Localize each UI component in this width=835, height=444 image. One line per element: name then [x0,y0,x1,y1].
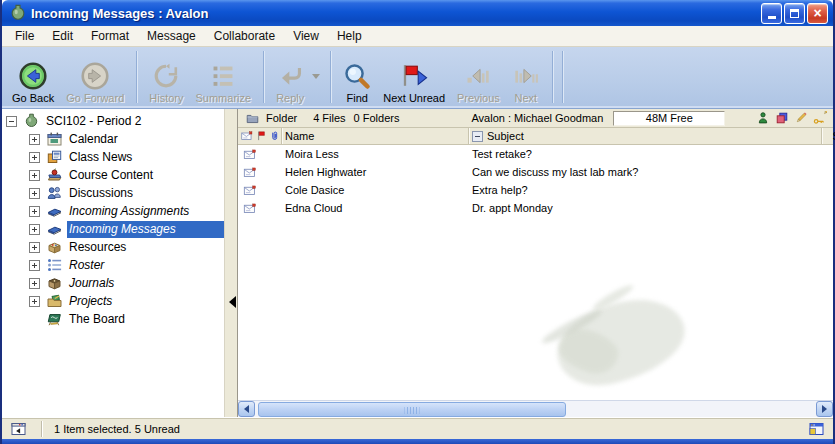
expand-icon[interactable] [29,206,40,217]
tree-spacer [29,314,40,325]
expand-icon[interactable] [29,170,40,181]
message-size: 1K [822,148,833,160]
message-row[interactable]: Edna CloudDr. appt Monday2K1 [238,199,833,217]
paperclip-icon [269,130,281,142]
close-button[interactable]: × [807,3,828,24]
sidebar-item-label: Class News [67,149,136,166]
expand-icon[interactable] [29,296,40,307]
collapse-threads-icon[interactable] [472,131,483,142]
sidebar-item-journals[interactable]: Journals [2,274,224,292]
panel-toggle-icon[interactable] [10,421,27,437]
find-button[interactable]: Find [338,60,376,105]
sidebar-item-label: Roster [67,257,108,274]
books-icon [46,167,63,183]
menu-format[interactable]: Format [82,27,138,45]
expand-icon[interactable] [29,134,40,145]
sidebar-item-the-board[interactable]: The Board [2,310,224,328]
sidebar-item-class-news[interactable]: Class News [2,148,224,166]
sender-name: Cole Dasice [282,184,469,196]
window-title: Incoming Messages : Avalon [31,6,759,21]
sidebar-item-course-content[interactable]: Course Content [2,166,224,184]
column-header-subject[interactable]: Subject [469,128,822,144]
app-icon [9,4,27,22]
message-row[interactable]: Helen HighwaterCan we discuss my last la… [238,163,833,181]
collapse-sidebar-icon[interactable] [229,296,236,308]
next-unread-button[interactable]: Next Unread [378,60,450,105]
box-icon [46,239,63,255]
edit-pencil-icon[interactable] [794,111,808,125]
envelope-icon [243,148,257,161]
message-subject: Extra help? [469,184,822,196]
scroll-left-icon [244,405,249,413]
minimize-button[interactable] [761,3,782,24]
expand-icon[interactable] [29,224,40,235]
expand-icon[interactable] [29,260,40,271]
message-row[interactable]: Moira LessTest retake?1K1 [238,145,833,163]
message-row[interactable]: Cole DasiceExtra help?2K1 [238,181,833,199]
summarize-icon [209,62,237,90]
sidebar-item-calendar[interactable]: Calendar [2,130,224,148]
history-button: History [144,60,188,105]
column-header-size[interactable]: Size [822,128,835,144]
roster-icon [46,257,63,273]
sidebar-item-projects[interactable]: Projects [2,292,224,310]
sidebar-item-sci102-period-2[interactable]: SCI102 - Period 2 [2,112,224,130]
toolbar-button-label: Go Back [12,92,54,104]
person-icon[interactable] [756,111,770,125]
people-icon [46,185,63,201]
window-border-bottom [2,439,833,444]
sidebar-item-incoming-assignments[interactable]: Incoming Assignments [2,202,224,220]
background-watermark [539,306,604,348]
collapse-icon[interactable] [6,116,17,127]
header-flag-columns[interactable] [238,128,282,144]
permissions-icon[interactable] [775,111,789,125]
sidebar-item-incoming-messages[interactable]: Incoming Messages [2,220,224,238]
expand-icon[interactable] [29,188,40,199]
scroll-right-icon [822,405,827,413]
menu-edit[interactable]: Edit [43,27,82,45]
maximize-button[interactable] [784,3,805,24]
envelope-icon [243,202,257,215]
go-forward-button: Go Forward [61,60,129,105]
sidebar-item-resources[interactable]: Resources [2,238,224,256]
scrollbar-thumb[interactable] [258,402,566,417]
message-list: Moira LessTest retake?1K1Helen Highwater… [238,145,833,400]
journal-icon [46,275,63,291]
scroll-left-button[interactable] [238,401,255,417]
horizontal-scrollbar[interactable] [238,400,833,417]
menu-message[interactable]: Message [138,27,205,45]
expand-icon[interactable] [29,242,40,253]
menu-file[interactable]: File [6,27,43,45]
go-back-button[interactable]: Go Back [7,60,59,105]
column-header-name[interactable]: Name [282,128,469,144]
sidebar-item-roster[interactable]: Roster [2,256,224,274]
file-count: 4 Files [313,112,345,124]
panel-splitter[interactable] [224,109,238,417]
sidebar-item-label: Course Content [67,167,157,184]
projects-icon [46,293,63,309]
expand-icon[interactable] [29,278,40,289]
list-column-headers: Name Subject Size I [238,128,833,145]
menu-help[interactable]: Help [328,27,371,45]
layout-icon[interactable] [808,421,825,437]
message-subject: Dr. appt Monday [469,202,822,214]
board-icon [46,311,63,327]
sender-name: Helen Highwater [282,166,469,178]
scroll-right-button[interactable] [816,401,833,417]
toolbar-separator [136,51,137,103]
toolbar-button-label: Reply [276,92,304,104]
message-size: 2K [822,202,833,214]
menu-view[interactable]: View [284,27,328,45]
sidebar-item-discussions[interactable]: Discussions [2,184,224,202]
message-subject: Can we discuss my last lab mark? [469,166,822,178]
menu-collaborate[interactable]: Collaborate [205,27,284,45]
status-text: 1 Item selected. 5 Unread [54,423,180,435]
find-icon [343,62,371,90]
book-blue-icon [46,221,63,237]
summarize-button: Summarize [191,60,257,105]
toolbar-separator [263,51,264,103]
protected-edit-icon[interactable] [813,111,827,125]
book-blue-icon [46,203,63,219]
expand-icon[interactable] [29,152,40,163]
calendar-icon [46,131,63,147]
